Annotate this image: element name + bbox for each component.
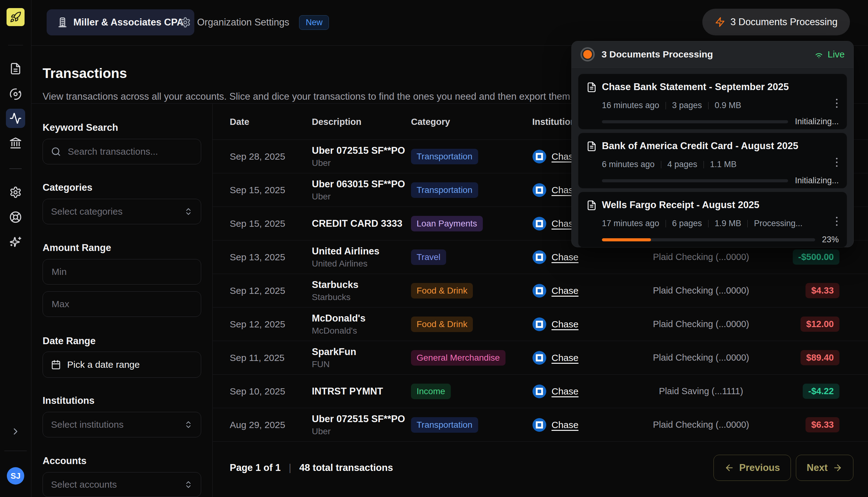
activity-icon (9, 112, 22, 125)
cell-date: Sep 11, 2025 (230, 341, 285, 374)
popup-title: 3 Documents Processing (602, 49, 713, 60)
sidebar-item-help[interactable] (6, 208, 25, 227)
amount-max-input[interactable] (51, 299, 193, 310)
table-row[interactable]: Sep 12, 2025 Starbucks Starbucks Food & … (212, 274, 868, 308)
institution-link[interactable]: Chase (552, 353, 579, 363)
cell-description: INTRST PYMNT (312, 374, 407, 408)
previous-button[interactable]: Previous (714, 455, 791, 481)
popup-header: 3 Documents Processing Live (572, 41, 853, 68)
sidebar-item-ai[interactable] (6, 232, 25, 252)
categories-select[interactable]: Select categories (43, 199, 201, 224)
total-transactions: 48 total transactions (299, 462, 393, 473)
next-label: Next (807, 462, 828, 473)
pagination-info: Page 1 of 1 | 48 total transactions (230, 462, 393, 473)
doc-title: Bank of America Credit Card - August 202… (602, 140, 798, 152)
table-row[interactable]: Sep 12, 2025 McDonald's McDonald's Food … (212, 308, 868, 341)
doc-title: Wells Fargo Receipt - August 2025 (602, 199, 759, 211)
kebab-menu-icon[interactable] (834, 97, 839, 110)
categories-placeholder: Select categories (51, 206, 178, 217)
description-text: Uber 063015 SF**PO (312, 179, 407, 190)
search-input[interactable] (67, 146, 193, 157)
table-row[interactable]: Sep 10, 2025 INTRST PYMNT Income Chase P… (212, 374, 868, 408)
cell-institution: Chase (532, 308, 579, 341)
chase-logo-icon (532, 317, 547, 331)
file-text-icon (586, 141, 597, 152)
sidebar-item-institutions[interactable] (6, 133, 25, 153)
doc-inline-status: Processing... (754, 219, 802, 228)
progress-track (602, 120, 788, 123)
amount-min-box[interactable] (43, 259, 201, 285)
table-row[interactable]: Sep 11, 2025 SparkFun FUN General Mercha… (212, 341, 868, 374)
sidebar-item-sync[interactable] (6, 85, 25, 104)
date-range-button[interactable]: Pick a date range (43, 352, 201, 378)
arrow-left-icon (725, 463, 734, 473)
amount-badge: $12.00 (801, 316, 839, 332)
page-subtitle: View transactions across all your accoun… (43, 91, 594, 102)
page-info: Page 1 of 1 (230, 462, 281, 473)
search-box[interactable] (43, 139, 201, 164)
kebab-menu-icon[interactable] (834, 156, 839, 169)
processing-doc-card[interactable]: Bank of America Credit Card - August 202… (578, 133, 847, 188)
documents-processing-button[interactable]: 3 Documents Processing (702, 9, 850, 36)
amount-min-input[interactable] (51, 266, 193, 278)
processing-doc-card[interactable]: Chase Bank Statement - September 2025 16… (578, 74, 847, 129)
doc-status: Initializing... (795, 117, 839, 126)
cell-account: Plaid Checking (...0000) (633, 408, 769, 441)
institution-link[interactable]: Chase (552, 252, 579, 262)
description-text: United Airlines (312, 246, 407, 257)
accounts-select[interactable]: Select accounts (43, 472, 201, 497)
cell-date: Sep 28, 2025 (230, 140, 285, 173)
app-logo[interactable] (6, 8, 25, 26)
category-badge: Travel (411, 250, 446, 265)
bank-icon (9, 137, 22, 150)
org-settings-link[interactable]: Organization Settings New (180, 9, 329, 36)
description-text: Starbucks (312, 279, 407, 290)
category-badge: Transportation (411, 149, 478, 164)
cell-date: Sep 15, 2025 (230, 173, 285, 207)
cell-category: Income (411, 374, 451, 408)
amount-max-box[interactable] (43, 292, 201, 317)
chase-logo-icon (532, 418, 547, 432)
cell-account: Plaid Checking (...0000) (633, 341, 769, 374)
cell-category: Travel (411, 240, 446, 274)
merchant-text: Uber (312, 191, 407, 202)
cell-description: Uber 072515 SF**PO Uber (312, 140, 407, 173)
arrow-right-icon (832, 463, 842, 473)
doc-meta: 17 minutes ago 6 pages 1.9 MB Processing… (602, 219, 802, 228)
institution-link[interactable]: Chase (552, 319, 579, 330)
header-institution: Institution (532, 116, 576, 127)
org-switcher-button[interactable]: Miller & Associates CPA (47, 9, 194, 36)
sidebar-item-settings[interactable] (6, 183, 25, 202)
institutions-select[interactable]: Select institutions (43, 412, 201, 437)
sidebar-collapse-button[interactable] (6, 422, 25, 441)
org-settings-label: Organization Settings (197, 17, 289, 28)
live-status: Live (814, 49, 845, 60)
category-badge: Food & Drink (411, 283, 473, 299)
table-row[interactable]: Aug 29, 2025 Uber 072515 SF**PO Uber Tra… (212, 408, 868, 442)
next-button[interactable]: Next (796, 455, 853, 481)
sidebar-divider-bottom (4, 451, 27, 451)
merchant-text: Uber (312, 158, 407, 168)
sidebar-item-documents[interactable] (6, 59, 25, 78)
page-title: Transactions (43, 66, 127, 81)
building-icon (57, 17, 68, 28)
description-text: McDonald's (312, 313, 407, 324)
orbit-icon (9, 88, 22, 100)
kebab-menu-icon[interactable] (834, 215, 839, 228)
cell-amount: $4.33 (805, 274, 839, 307)
processing-doc-card[interactable]: Wells Fargo Receipt - August 2025 17 min… (578, 191, 847, 247)
institution-link[interactable]: Chase (552, 420, 579, 430)
accounts-label: Accounts (43, 455, 86, 467)
doc-time: 6 minutes ago (602, 160, 655, 169)
cell-category: Food & Drink (411, 308, 473, 341)
rocket-icon (10, 11, 22, 23)
cell-amount: -$4.22 (803, 374, 839, 408)
institution-link[interactable]: Chase (552, 285, 579, 296)
avatar[interactable]: SJ (7, 467, 24, 485)
cell-date: Sep 15, 2025 (230, 207, 285, 240)
doc-pages: 3 pages (672, 101, 702, 110)
sidebar-item-transactions[interactable] (6, 109, 25, 128)
file-text-icon (586, 82, 597, 93)
description-text: INTRST PYMNT (312, 386, 407, 397)
institution-link[interactable]: Chase (552, 386, 579, 397)
